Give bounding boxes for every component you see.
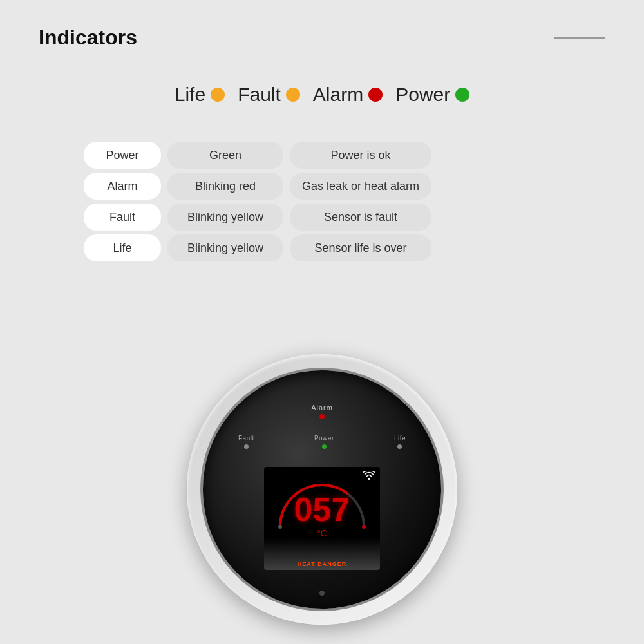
device-life-indicator: Life	[394, 435, 406, 449]
screen-unit: °C	[317, 528, 327, 538]
device-power-dot	[322, 444, 327, 449]
table-row: Alarm Blinking red Gas leak or heat alar…	[84, 173, 605, 200]
page: Indicators Life Fault Alarm Power Power …	[0, 0, 644, 644]
legend-fault: Fault	[238, 84, 300, 106]
device-alarm-dot	[319, 414, 325, 419]
row-alarm-name: Alarm	[84, 173, 161, 200]
smoke-area: HEAT DANGER	[264, 538, 380, 570]
header: Indicators	[39, 26, 605, 50]
device-power-indicator: Power	[314, 435, 334, 449]
device-face: Alarm Fault Power Life	[203, 370, 441, 609]
row-fault-name: Fault	[84, 204, 161, 231]
screen-temperature-value: 057	[294, 493, 350, 526]
fault-dot	[286, 88, 300, 102]
row-fault-blink: Blinking yellow	[167, 204, 283, 231]
indicators-table: Power Green Power is ok Alarm Blinking r…	[84, 142, 605, 265]
row-alarm-desc: Gas leak or heat alarm	[290, 173, 431, 200]
device-power-label: Power	[314, 435, 334, 442]
row-alarm-blink: Blinking red	[167, 173, 283, 200]
device-life-dot	[397, 444, 402, 449]
life-dot	[211, 88, 225, 102]
device-life-label: Life	[394, 435, 406, 442]
table-row: Power Green Power is ok	[84, 142, 605, 169]
device-outer-ring: Alarm Fault Power Life	[187, 354, 457, 625]
svg-point-1	[362, 525, 366, 529]
table-row: Life Blinking yellow Sensor life is over	[84, 234, 605, 261]
legend-life: Life	[175, 84, 225, 106]
alert-text: HEAT DANGER	[298, 561, 346, 567]
power-dot	[455, 88, 469, 102]
legend-life-label: Life	[175, 84, 205, 106]
row-power-name: Power	[84, 142, 161, 169]
legend-alarm-label: Alarm	[313, 84, 363, 106]
device-screen: 057 °C HEAT DANGER	[264, 467, 380, 570]
svg-point-0	[278, 525, 282, 529]
row-life-blink: Blinking yellow	[167, 234, 283, 261]
row-power-desc: Power is ok	[290, 142, 431, 169]
device-bottom-dot	[319, 591, 325, 596]
row-fault-desc: Sensor is fault	[290, 204, 431, 231]
row-life-desc: Sensor life is over	[290, 234, 431, 261]
legend-row: Life Fault Alarm Power	[0, 84, 644, 106]
device-container: Alarm Fault Power Life	[187, 354, 457, 625]
device-fault-label: Fault	[238, 435, 254, 442]
row-power-blink: Green	[167, 142, 283, 169]
device-alarm-indicator: Alarm	[311, 404, 333, 419]
device-fault-indicator: Fault	[238, 435, 254, 449]
table-row: Fault Blinking yellow Sensor is fault	[84, 204, 605, 231]
alarm-dot	[368, 88, 383, 102]
legend-fault-label: Fault	[238, 84, 281, 106]
device-alarm-label: Alarm	[311, 404, 333, 412]
device-mid-indicators: Fault Power Life	[238, 435, 406, 449]
device-fault-dot	[244, 444, 249, 449]
header-line	[554, 37, 605, 39]
legend-power-label: Power	[395, 84, 450, 106]
legend-alarm: Alarm	[313, 84, 383, 106]
row-life-name: Life	[84, 234, 161, 261]
page-title: Indicators	[39, 26, 137, 50]
legend-power: Power	[395, 84, 469, 106]
